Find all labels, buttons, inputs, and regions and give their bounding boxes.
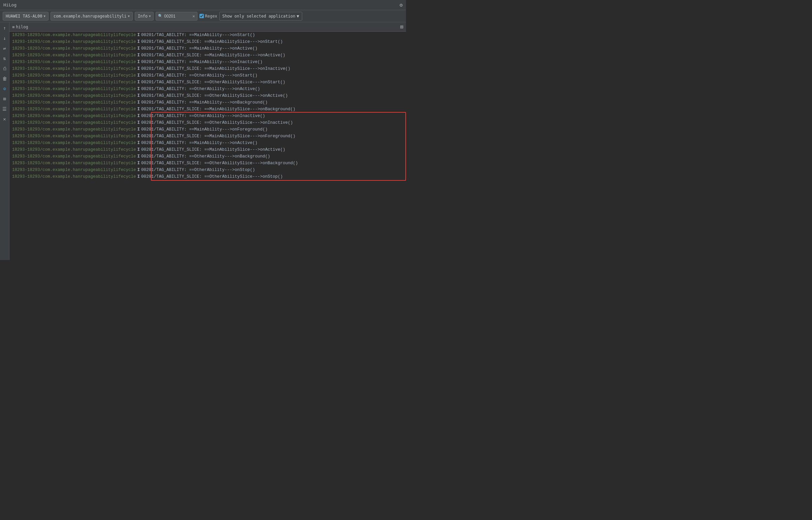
log-pid: 18293-18293/com.example.hanrupageability… bbox=[12, 106, 136, 113]
log-level: I bbox=[137, 79, 140, 86]
log-entry: 18293-18293/com.example.hanrupageability… bbox=[9, 32, 406, 38]
log-msg: 00201/TAG_ABILITY: ==OtherAbility--->onB… bbox=[141, 153, 270, 160]
log-level: I bbox=[137, 99, 140, 106]
regex-checkbox[interactable] bbox=[199, 14, 204, 18]
log-entry: 18293-18293/com.example.hanrupageability… bbox=[9, 120, 406, 126]
log-pid: 18293-18293/com.example.hanrupageability… bbox=[12, 166, 136, 173]
log-panel: ↑ ↓ ⇌ ⇅ ⎙ 🗑 ⊙ ⊞ ☰ ✕ ≡ hilog ⊞ 18293-1829… bbox=[0, 22, 406, 260]
toolbar: HUAWEI TAS-AL00 ▼ com.example.hanrupagea… bbox=[0, 10, 406, 22]
log-msg: 00201/TAG_ABILITY_SLICE: ==MainAbilitySl… bbox=[141, 133, 296, 139]
show-only-label: Show only selected application bbox=[222, 14, 296, 19]
log-msg: 00201/TAG_ABILITY_SLICE: ==OtherAbilityS… bbox=[141, 93, 288, 99]
show-only-dropdown[interactable]: Show only selected application ▼ bbox=[219, 12, 302, 21]
device-dropdown[interactable]: HUAWEI TAS-AL00 ▼ bbox=[3, 12, 49, 21]
log-pid: 18293-18293/com.example.hanrupageability… bbox=[12, 139, 136, 146]
grid-view-icon[interactable]: ⊞ bbox=[400, 24, 403, 30]
log-msg: 00201/TAG_ABILITY: ==MainAbility--->onAc… bbox=[141, 45, 257, 52]
title-bar-right: ⚙ bbox=[400, 2, 403, 8]
wrap-text-icon[interactable]: ⇌ bbox=[1, 45, 8, 52]
level-label: Info bbox=[138, 14, 147, 19]
log-msg: 00201/TAG_ABILITY_SLICE: ==OtherAbilityS… bbox=[141, 173, 283, 180]
log-msg: 00201/TAG_ABILITY_SLICE: ==MainAbilitySl… bbox=[141, 38, 283, 45]
filter-icon[interactable]: ⇅ bbox=[1, 55, 8, 62]
log-level: I bbox=[137, 166, 140, 173]
log-level: I bbox=[137, 120, 140, 126]
log-pid: 18293-18293/com.example.hanrupageability… bbox=[12, 133, 136, 139]
log-pid: 18293-18293/com.example.hanrupageability… bbox=[12, 72, 136, 79]
title-bar: HiLog ⚙ bbox=[0, 0, 406, 10]
settings-icon[interactable]: ⚙ bbox=[400, 2, 403, 8]
search-input[interactable] bbox=[164, 14, 191, 19]
log-level: I bbox=[137, 173, 140, 180]
regex-checkbox-wrap: Regex bbox=[199, 14, 217, 19]
log-entry: 18293-18293/com.example.hanrupageability… bbox=[9, 160, 406, 166]
clear-search-icon[interactable]: ✕ bbox=[192, 14, 195, 19]
log-msg: 00201/TAG_ABILITY: ==MainAbility--->onSt… bbox=[141, 32, 255, 38]
log-msg: 00201/TAG_ABILITY_SLICE: ==MainAbilitySl… bbox=[141, 106, 296, 113]
log-pid: 18293-18293/com.example.hanrupageability… bbox=[12, 160, 136, 166]
scroll-up-icon[interactable]: ↑ bbox=[1, 24, 8, 32]
close-panel-icon[interactable]: ✕ bbox=[1, 115, 8, 123]
log-pid: 18293-18293/com.example.hanrupageability… bbox=[12, 173, 136, 180]
device-arrow-icon: ▼ bbox=[44, 15, 45, 18]
log-entry: 18293-18293/com.example.hanrupageability… bbox=[9, 93, 406, 99]
delete-icon[interactable]: 🗑 bbox=[1, 75, 8, 82]
log-pid: 18293-18293/com.example.hanrupageability… bbox=[12, 38, 136, 45]
title-bar-left: HiLog bbox=[3, 2, 17, 7]
search-box[interactable]: 🔍 ✕ bbox=[156, 12, 197, 21]
log-level: I bbox=[137, 32, 140, 38]
log-msg: 00201/TAG_ABILITY: ==MainAbility--->onBa… bbox=[141, 99, 268, 106]
log-level: I bbox=[137, 86, 140, 93]
log-entry: 18293-18293/com.example.hanrupageability… bbox=[9, 59, 406, 66]
layout-icon[interactable]: ☰ bbox=[1, 105, 8, 113]
log-level: I bbox=[137, 139, 140, 146]
log-pid: 18293-18293/com.example.hanrupageability… bbox=[12, 86, 136, 93]
search-icon: 🔍 bbox=[158, 14, 163, 18]
show-only-arrow-icon: ▼ bbox=[297, 14, 299, 19]
log-level: I bbox=[137, 106, 140, 113]
log-level: I bbox=[137, 93, 140, 99]
log-pid: 18293-18293/com.example.hanrupageability… bbox=[12, 32, 136, 38]
log-pid: 18293-18293/com.example.hanrupageability… bbox=[12, 59, 136, 66]
log-msg: 00201/TAG_ABILITY: ==MainAbility--->onFo… bbox=[141, 126, 268, 133]
log-pid: 18293-18293/com.example.hanrupageability… bbox=[12, 146, 136, 153]
package-label: com.example.hanrupageabilityli bbox=[54, 14, 127, 19]
package-dropdown[interactable]: com.example.hanrupageabilityli ▼ bbox=[51, 12, 133, 21]
log-header-right: ⊞ bbox=[400, 24, 403, 30]
log-msg: 00201/TAG_ABILITY_SLICE: ==OtherAbilityS… bbox=[141, 79, 285, 86]
package-arrow-icon: ▼ bbox=[128, 15, 130, 18]
log-entry: 18293-18293/com.example.hanrupageability… bbox=[9, 133, 406, 139]
log-level: I bbox=[137, 59, 140, 66]
print-icon[interactable]: ⎙ bbox=[1, 65, 8, 72]
device-label: HUAWEI TAS-AL00 bbox=[6, 14, 42, 19]
log-entry: 18293-18293/com.example.hanrupageability… bbox=[9, 45, 406, 52]
log-entry: 18293-18293/com.example.hanrupageability… bbox=[9, 113, 406, 120]
chart-icon[interactable]: ⊞ bbox=[1, 95, 8, 103]
level-arrow-icon: ▼ bbox=[149, 15, 150, 18]
log-level: I bbox=[137, 153, 140, 160]
screenshot-icon[interactable]: ⊙ bbox=[1, 85, 8, 93]
log-content-wrap: ≡ hilog ⊞ 18293-18293/com.example.hanrup… bbox=[9, 22, 406, 260]
log-pid: 18293-18293/com.example.hanrupageability… bbox=[12, 66, 136, 72]
level-dropdown[interactable]: Info ▼ bbox=[135, 12, 153, 21]
log-level: I bbox=[137, 45, 140, 52]
log-pid: 18293-18293/com.example.hanrupageability… bbox=[12, 52, 136, 59]
scroll-down-icon[interactable]: ↓ bbox=[1, 34, 8, 42]
log-msg: 00201/TAG_ABILITY: ==OtherAbility--->onS… bbox=[141, 72, 257, 79]
log-pid: 18293-18293/com.example.hanrupageability… bbox=[12, 93, 136, 99]
log-pid: 18293-18293/com.example.hanrupageability… bbox=[12, 126, 136, 133]
log-entry: 18293-18293/com.example.hanrupageability… bbox=[9, 166, 406, 173]
log-pid: 18293-18293/com.example.hanrupageability… bbox=[12, 79, 136, 86]
log-msg: 00201/TAG_ABILITY_SLICE: ==OtherAbilityS… bbox=[141, 160, 298, 166]
log-level: I bbox=[137, 126, 140, 133]
log-level: I bbox=[137, 66, 140, 72]
log-entry: 18293-18293/com.example.hanrupageability… bbox=[9, 38, 406, 45]
log-msg: 00201/TAG_ABILITY_SLICE: ==OtherAbilityS… bbox=[141, 120, 293, 126]
log-entry: 18293-18293/com.example.hanrupageability… bbox=[9, 99, 406, 106]
left-toolbar: ↑ ↓ ⇌ ⇅ ⎙ 🗑 ⊙ ⊞ ☰ ✕ bbox=[0, 22, 9, 260]
log-entry: 18293-18293/com.example.hanrupageability… bbox=[9, 79, 406, 86]
log-entries[interactable]: 18293-18293/com.example.hanrupageability… bbox=[9, 32, 406, 180]
log-msg: 00201/TAG_ABILITY: ==OtherAbility--->onI… bbox=[141, 113, 265, 120]
log-pid: 18293-18293/com.example.hanrupageability… bbox=[12, 153, 136, 160]
log-level: I bbox=[137, 146, 140, 153]
